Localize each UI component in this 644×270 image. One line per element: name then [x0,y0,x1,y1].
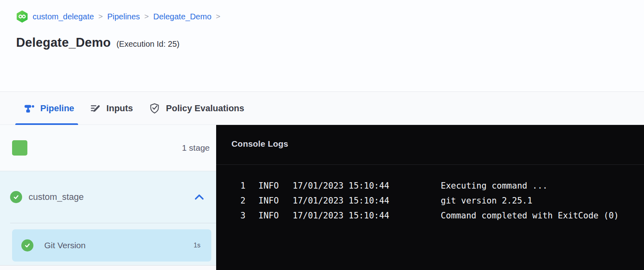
log-level: INFO [258,181,279,191]
log-level: INFO [258,211,279,220]
stage-status-square [12,140,27,156]
tab-label: Policy Evaluations [166,103,244,114]
tab-pipeline[interactable]: Pipeline [24,92,74,125]
tab-label: Pipeline [40,103,74,114]
success-check-icon [10,191,22,203]
page-header: custom_delegate > Pipelines > Delegate_D… [0,0,644,92]
log-message: Executing command ... [441,181,548,191]
step-item-git-version[interactable]: Git Version 1s [12,229,211,262]
stage-panel-footer [0,265,216,270]
console-title: Console Logs [231,139,288,148]
log-message: git version 2.25.1 [441,196,533,206]
chevron-up-icon[interactable] [194,193,204,201]
project-icon [16,10,28,23]
breadcrumb-link-project[interactable]: custom_delegate [33,12,94,21]
stage-panel: 1 stage custom_stage Git Versio [0,125,216,270]
pipeline-icon [24,103,35,114]
stage-summary-row: 1 stage [0,125,216,171]
breadcrumb-link-pipeline-name[interactable]: Delegate_Demo [153,12,212,21]
console-log-list: 1 INFO 17/01/2023 15:10:44 Executing com… [216,165,644,223]
log-line-number: 3 [231,211,246,220]
stage-row-custom-stage[interactable]: custom_stage [0,171,216,223]
log-line: 3 INFO 17/01/2023 15:10:44 Command compl… [231,208,644,223]
log-line-number: 1 [231,181,246,191]
tab-inputs[interactable]: Inputs [90,92,133,125]
breadcrumb-link-pipelines[interactable]: Pipelines [107,12,140,21]
log-line: 1 INFO 17/01/2023 15:10:44 Executing com… [231,178,644,193]
log-line-number: 2 [231,196,246,206]
execution-main: 1 stage custom_stage Git Versio [0,125,644,270]
success-check-icon [21,239,33,251]
divider [10,223,216,223]
console-header: Console Logs [216,125,644,165]
console-panel: Console Logs 1 INFO 17/01/2023 15:10:44 … [216,125,644,270]
execution-tab-bar: Pipeline Inputs Policy Evaluations [0,92,644,125]
inputs-icon [90,103,101,114]
title-row: Delegate_Demo (Execution Id: 25) [16,35,644,50]
tab-label: Inputs [106,103,133,114]
stage-count-label: 1 stage [182,143,210,153]
log-line: 2 INFO 17/01/2023 15:10:44 git version 2… [231,193,644,208]
step-name-label: Git Version [44,241,86,250]
step-duration-label: 1s [194,242,200,249]
tab-policy-evaluations[interactable]: Policy Evaluations [149,92,244,125]
breadcrumb-separator: > [98,12,103,21]
log-level: INFO [258,196,279,206]
breadcrumb: custom_delegate > Pipelines > Delegate_D… [16,10,644,23]
stage-name-label: custom_stage [29,192,84,202]
breadcrumb-separator: > [216,12,220,21]
log-message: Command completed with ExitCode (0) [441,211,619,220]
log-timestamp: 17/01/2023 15:10:44 [293,211,389,220]
execution-id-label: (Execution Id: 25) [116,39,180,49]
page-title: Delegate_Demo [16,35,111,50]
log-timestamp: 17/01/2023 15:10:44 [293,196,389,206]
breadcrumb-separator: > [144,12,149,21]
log-timestamp: 17/01/2023 15:10:44 [293,181,389,191]
shield-check-icon [149,103,160,114]
